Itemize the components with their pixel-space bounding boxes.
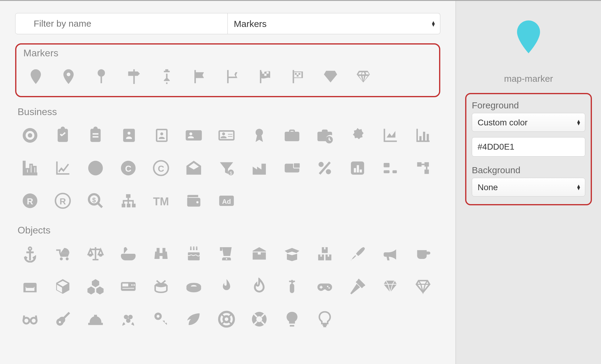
fire-alt-icon[interactable] (244, 272, 274, 301)
ad-icon[interactable]: Ad (212, 186, 241, 216)
svg-point-82 (157, 315, 160, 318)
blender-icon[interactable] (212, 239, 241, 269)
checkered-flag-solid-icon[interactable] (250, 62, 280, 91)
holly-berry-icon[interactable] (113, 304, 143, 334)
background-label: Background (472, 165, 585, 175)
funnel-dollar-icon[interactable]: $ (212, 153, 241, 183)
poll-icon[interactable] (343, 153, 372, 183)
lightbulb-outline-icon[interactable] (310, 304, 340, 334)
svg-point-55 (196, 247, 197, 248)
digital-tachograph-icon[interactable] (113, 272, 143, 301)
drum-icon[interactable] (146, 272, 176, 301)
section-title-business: Business (15, 106, 440, 117)
percent-icon[interactable] (310, 153, 340, 183)
preview-icon (465, 16, 592, 68)
copyright-outline-icon[interactable]: C (146, 153, 176, 183)
registered-outline-icon[interactable]: R (48, 186, 78, 216)
anchor-icon[interactable] (15, 239, 45, 269)
gem-outline-icon[interactable] (408, 272, 438, 301)
signpost-icon[interactable] (119, 62, 149, 91)
svg-point-67 (131, 284, 133, 286)
certificate-badge-icon[interactable] (343, 121, 372, 150)
filter-input[interactable] (15, 13, 228, 34)
clipboard-check-icon[interactable] (48, 121, 78, 150)
clipboard-list-icon[interactable] (81, 121, 110, 150)
sitemap-icon[interactable] (113, 186, 143, 216)
bath-icon[interactable] (113, 239, 143, 269)
glasses-icon[interactable] (15, 304, 45, 334)
address-book-outline-icon[interactable] (146, 121, 176, 150)
map-marker-hole-icon[interactable] (54, 62, 83, 91)
gem-solid-icon[interactable] (375, 272, 405, 301)
diamond-outline-icon[interactable] (348, 62, 378, 91)
box-icon[interactable] (244, 239, 274, 269)
life-ring-solid-icon[interactable] (244, 304, 274, 334)
paint-brush-icon[interactable] (343, 239, 372, 269)
flag-outline-icon[interactable] (217, 62, 247, 91)
briefcase-icon[interactable] (277, 121, 307, 150)
id-card-icon[interactable] (179, 121, 209, 150)
binoculars-icon[interactable] (146, 239, 176, 269)
diamond-solid-icon[interactable] (316, 62, 345, 91)
flag-solid-icon[interactable] (185, 62, 214, 91)
svg-rect-62 (321, 254, 322, 256)
sitemap-node-icon[interactable] (408, 153, 438, 183)
cube-icon[interactable] (48, 272, 78, 301)
fire-icon[interactable] (212, 272, 241, 301)
bar-chart-icon[interactable] (408, 121, 438, 150)
key-icon[interactable] (146, 304, 176, 334)
bar-chart-outline-icon[interactable] (15, 153, 45, 183)
foreground-mode-select[interactable]: Custom color (472, 113, 585, 132)
boxes-stacked-icon[interactable] (310, 239, 340, 269)
svg-rect-6 (295, 73, 297, 75)
category-select[interactable]: Markers (228, 13, 440, 34)
bullseye-icon[interactable] (15, 121, 45, 150)
coffee-icon[interactable] (408, 239, 438, 269)
project-diagram-icon[interactable] (375, 153, 405, 183)
guitar-icon[interactable] (48, 304, 78, 334)
pie-chart-icon[interactable] (81, 153, 110, 183)
map-marker-icon[interactable] (21, 62, 51, 91)
svg-rect-72 (290, 283, 294, 293)
svg-point-73 (327, 286, 328, 287)
copyright-solid-icon[interactable]: C (113, 153, 143, 183)
baby-carriage-icon[interactable] (48, 239, 78, 269)
id-card-outline-icon[interactable] (212, 121, 241, 150)
background-mode-select[interactable]: None (472, 178, 585, 197)
leaf-icon[interactable] (179, 304, 209, 334)
balance-scale-icon[interactable] (81, 239, 110, 269)
birthday-cake-icon[interactable] (179, 239, 209, 269)
registered-solid-icon[interactable]: R (15, 186, 45, 216)
line-chart-icon[interactable] (48, 153, 78, 183)
cubes-icon[interactable] (81, 272, 110, 301)
trademark-icon[interactable]: TM (146, 186, 176, 216)
award-ribbon-icon[interactable] (244, 121, 274, 150)
fire-extinguisher-icon[interactable] (277, 272, 307, 301)
svg-point-50 (60, 257, 63, 260)
gavel-icon[interactable] (343, 272, 372, 301)
lightbulb-solid-icon[interactable] (277, 304, 307, 334)
box-open-icon[interactable] (277, 239, 307, 269)
svg-rect-18 (191, 166, 196, 167)
film-reel-icon[interactable] (179, 272, 209, 301)
svg-rect-33 (425, 162, 429, 167)
wallet-icon[interactable] (179, 186, 209, 216)
thumbtack-icon[interactable] (152, 62, 182, 91)
briefcase-clock-icon[interactable] (310, 121, 340, 150)
couch-icon[interactable] (15, 272, 45, 301)
area-chart-icon[interactable] (375, 121, 405, 150)
life-ring-icon[interactable] (212, 304, 241, 334)
money-check-icon[interactable] (277, 153, 307, 183)
address-book-icon[interactable] (113, 121, 143, 150)
round-pin-icon[interactable] (86, 62, 116, 91)
envelope-open-text-icon[interactable] (179, 153, 209, 183)
search-dollar-icon[interactable]: $ (81, 186, 110, 216)
checkered-flag-outline-icon[interactable] (283, 62, 313, 91)
hard-hat-icon[interactable] (81, 304, 110, 334)
bullhorn-icon[interactable] (375, 239, 405, 269)
svg-rect-3 (262, 71, 264, 74)
gamepad-icon[interactable] (310, 272, 340, 301)
industry-icon[interactable] (244, 153, 274, 183)
foreground-hex-input[interactable] (472, 137, 585, 156)
svg-rect-5 (264, 74, 267, 76)
